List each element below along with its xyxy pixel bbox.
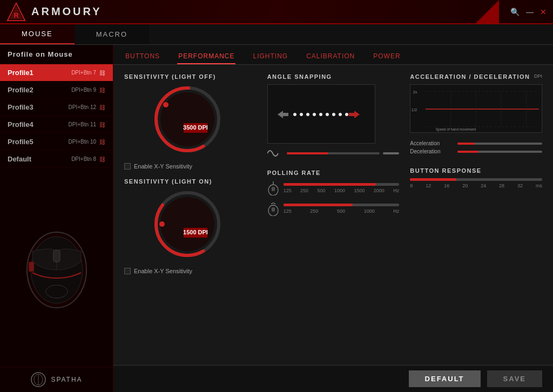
sidebar: Profile on Mouse Profile1 DPI+Btn 7 ⛓ Pr… (0, 45, 113, 392)
svg-point-30 (332, 113, 335, 116)
tab-power[interactable]: POWER (372, 49, 401, 64)
sub-tabs: BUTTONS PERFORMANCE LIGHTING CALIBRATION… (113, 45, 553, 65)
tab-lighting[interactable]: LIGHTING (252, 49, 289, 64)
main-content: BUTTONS PERFORMANCE LIGHTING CALIBRATION… (113, 45, 553, 392)
content-area: SENSITIVITY (LIGHT OFF) (113, 65, 553, 365)
link-icon-0: ⛓ (99, 70, 105, 76)
angle-snapping-display (267, 84, 375, 144)
title-bar: R ARMOURY 🔍 — ✕ (0, 0, 553, 24)
decel-label: Deceleration (410, 148, 453, 154)
dpi-label: DPI (534, 73, 542, 79)
device-name: SPATHA (51, 376, 82, 383)
tab-calibration[interactable]: CALIBRATION (305, 49, 356, 64)
svg-point-25 (300, 113, 303, 116)
profile3-name: Profile3 (8, 103, 69, 111)
link-icon-3: ⛓ (99, 121, 105, 128)
decel-slider-row: Deceleration (410, 148, 542, 154)
svg-point-13 (160, 92, 214, 146)
rog-logo-icon: R (6, 2, 26, 22)
polling-bar-track-1[interactable] (284, 183, 400, 186)
angle-snapping-title: ANGLE SNAPPING (267, 73, 400, 80)
tab-mouse[interactable]: MOUSE (0, 24, 75, 44)
svg-point-14 (163, 102, 168, 107)
link-icon-5: ⛓ (99, 156, 105, 163)
profile2-name: Profile2 (8, 86, 71, 94)
polling-bar-area-1: 125 250 500 1000 1500 2000 Hz (284, 183, 400, 193)
svg-text:3500 DPI: 3500 DPI (183, 124, 208, 131)
wave-icon (267, 148, 284, 159)
mouse-graphic (14, 224, 100, 310)
default-shortcut: DPI+Btn 8 (71, 156, 96, 162)
sidebar-item-profile2[interactable]: Profile2 DPI+Btn 9 ⛓ (0, 82, 113, 99)
svg-point-19 (160, 197, 214, 251)
sidebar-header: Profile on Mouse (0, 45, 113, 64)
polling-rate-section: POLLING RATE (267, 170, 400, 221)
sidebar-item-default[interactable]: Default DPI+Btn 8 ⛓ (0, 151, 113, 168)
button-response-labels: 8 12 16 20 24 28 32 ms (410, 183, 542, 188)
bottom-bar: DEFAULT SAVE (113, 365, 553, 392)
tab-macro[interactable]: MACRO (75, 24, 149, 44)
sidebar-item-profile1[interactable]: Profile1 DPI+Btn 7 ⛓ (0, 64, 113, 82)
sensitivity-on-knob[interactable]: 1500 DPI (152, 189, 228, 265)
xy-checkbox-off[interactable] (124, 163, 131, 170)
svg-text:1500 DPI: 1500 DPI (183, 229, 208, 235)
accel-section: ACCELERATION / DECELERATION DPI 2x (410, 73, 542, 157)
sensitivity-off-knob[interactable]: 3500 DPI (152, 84, 228, 160)
minimize-button[interactable]: — (526, 8, 534, 16)
svg-text:2x: 2x (413, 90, 417, 94)
polling-labels-2: 125 250 500 1000 Hz (284, 208, 400, 214)
app-body: Profile on Mouse Profile1 DPI+Btn 7 ⛓ Pr… (0, 45, 553, 392)
default-name: Default (8, 155, 71, 163)
xy-checkbox-on[interactable] (124, 268, 131, 274)
svg-point-7 (46, 285, 68, 298)
accel-slider-row: Acceleration (410, 140, 542, 146)
search-icon[interactable]: 🔍 (510, 8, 520, 16)
accel-chart: 2x 1/2 Speed of hand movement (410, 84, 542, 133)
accel-title: ACCELERATION / DECELERATION (410, 73, 530, 80)
link-icon-4: ⛓ (99, 139, 105, 145)
polling-labels-1: 125 250 500 1000 1500 2000 Hz (284, 188, 400, 193)
polling-row-1: 125 250 500 1000 1500 2000 Hz (267, 180, 400, 195)
sidebar-item-profile3[interactable]: Profile3 DPI+Btn 12 ⛓ (0, 99, 113, 116)
right-col: ACCELERATION / DECELERATION DPI 2x (410, 73, 542, 298)
tab-buttons[interactable]: BUTTONS (124, 49, 161, 64)
profile2-shortcut: DPI+Btn 9 (71, 87, 96, 93)
button-response-title: BUTTON RESPONSE (410, 167, 542, 174)
xy-label-off: Enable X-Y Sensitivity (134, 163, 192, 170)
profile4-shortcut: DPI+Btn 11 (69, 121, 96, 127)
app-title: ARMOURY (31, 5, 102, 18)
svg-text:Speed of hand movement: Speed of hand movement (436, 127, 476, 132)
xy-label-on: Enable X-Y Sensitivity (134, 268, 192, 274)
sensitivity-off-title: SENSITIVITY (LIGHT OFF) (124, 73, 216, 80)
middle-col: ANGLE SNAPPING (267, 73, 400, 298)
accel-slider[interactable] (457, 143, 542, 145)
sidebar-item-profile4[interactable]: Profile4 DPI+Btn 11 ⛓ (0, 116, 113, 133)
close-button[interactable]: ✕ (540, 8, 547, 16)
polling-bar-area-2: 125 250 500 1000 Hz (284, 204, 400, 214)
button-response-bar[interactable] (410, 178, 542, 181)
main-nav: MOUSE MACRO (0, 24, 553, 45)
button-response-section: BUTTON RESPONSE 8 12 16 20 24 28 32 ms (410, 167, 542, 188)
sidebar-footer: SPATHA (0, 367, 113, 392)
sensitivity-col: SENSITIVITY (LIGHT OFF) (124, 73, 257, 298)
accel-label: Acceleration (410, 140, 453, 146)
xy-sensitivity-row-off: Enable X-Y Sensitivity (124, 163, 192, 170)
sidebar-item-profile5[interactable]: Profile5 DPI+Btn 10 ⛓ (0, 133, 113, 151)
decel-slider[interactable] (457, 151, 542, 153)
svg-point-24 (293, 113, 296, 116)
link-icon-1: ⛓ (99, 87, 105, 93)
svg-rect-6 (29, 262, 34, 272)
profile3-shortcut: DPI+Btn 12 (69, 104, 96, 110)
angle-slider[interactable] (287, 152, 380, 154)
profile4-name: Profile4 (8, 120, 69, 129)
save-button[interactable]: SAVE (487, 370, 542, 387)
profile5-name: Profile5 (8, 138, 69, 146)
angle-snapping-section: ANGLE SNAPPING (267, 73, 400, 159)
window-controls: 🔍 — ✕ (510, 8, 547, 16)
svg-rect-5 (53, 250, 60, 262)
svg-point-32 (345, 113, 348, 116)
wireless-mouse-icon (267, 201, 279, 216)
polling-bar-track-2[interactable] (284, 204, 400, 206)
tab-performance[interactable]: PERFORMANCE (177, 49, 235, 64)
default-button[interactable]: DEFAULT (409, 370, 481, 387)
